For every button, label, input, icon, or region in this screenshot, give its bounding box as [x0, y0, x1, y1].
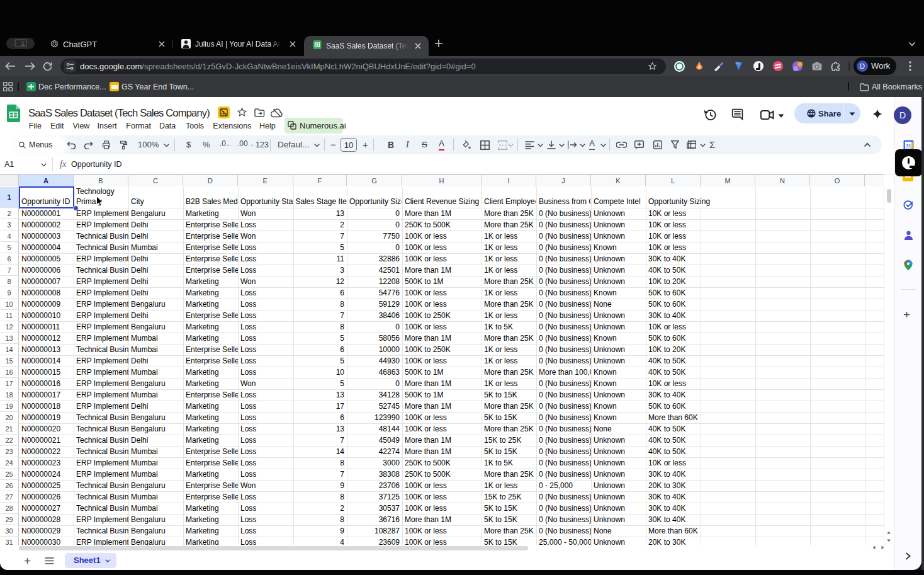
- svg-text:31: 31: [906, 144, 911, 148]
